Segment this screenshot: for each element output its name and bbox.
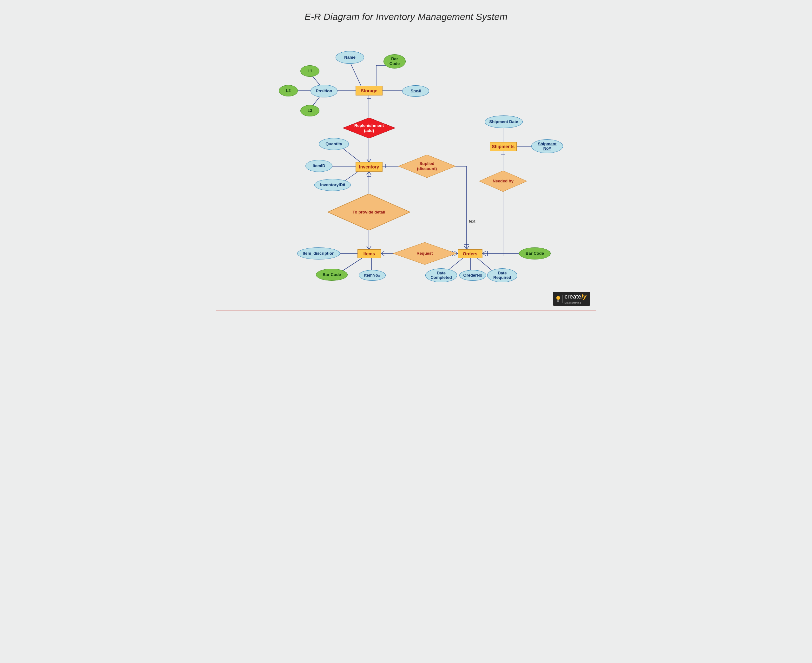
svg-line-31 — [381, 254, 384, 255]
relationship-to-provide-detail[interactable]: To provide detail — [328, 194, 410, 230]
attr-item-discription-label: Item_discription — [303, 251, 334, 255]
svg-line-9 — [366, 159, 369, 162]
attr-date-completed-label: Date Completed — [430, 271, 452, 280]
attr-l3-label: L3 — [307, 108, 312, 113]
attr-l2-label: L2 — [286, 89, 291, 93]
logo-brand: creately Diagramming — [565, 294, 586, 304]
entity-items-label: Items — [363, 251, 375, 256]
svg-line-24 — [366, 246, 369, 249]
attr-l2[interactable]: L2 — [279, 85, 298, 97]
attr-orderno-label: OrederNo — [463, 273, 483, 278]
attr-itemid-label: ItemID — [313, 164, 325, 168]
attr-shipment-no-label: Shipment No# — [538, 142, 556, 151]
attr-l3[interactable]: L3 — [300, 105, 320, 116]
svg-line-16 — [464, 246, 467, 249]
diagram-title: E-R Diagram for Inventory Management Sys… — [216, 11, 596, 22]
relationship-needed-by[interactable]: Needed by — [479, 171, 527, 192]
attr-sno-label: Sno# — [411, 89, 421, 93]
attr-l1-label: L1 — [307, 69, 312, 73]
attr-quantity-label: Quantity — [325, 142, 342, 146]
attr-quantity[interactable]: Quantity — [319, 138, 349, 150]
attr-bar-code-items[interactable]: Bar Code — [316, 269, 348, 281]
attr-inventoryid[interactable]: InventoryID# — [314, 179, 351, 191]
attr-date-required[interactable]: Date Required — [487, 268, 517, 282]
attr-bar-code-orders[interactable]: Bar Code — [519, 247, 550, 259]
attr-l1[interactable]: L1 — [300, 65, 320, 77]
relationship-replenishment[interactable]: Replenishment (add) — [343, 118, 395, 138]
relationship-request[interactable]: Request — [393, 243, 457, 265]
entity-shipments[interactable]: Shipments — [490, 142, 517, 151]
relationship-suplied-label: Suplied (discount) — [416, 161, 438, 171]
attr-date-required-label: Date Required — [493, 271, 511, 280]
entity-inventory-label: Inventory — [359, 164, 379, 170]
attr-shipment-date[interactable]: Shipment Date — [485, 115, 523, 128]
attr-name-label: Name — [344, 55, 355, 60]
relationship-needed-by-label: Needed by — [491, 179, 515, 184]
relationship-replenishment-label: Replenishment (add) — [353, 123, 385, 133]
attr-shipment-no[interactable]: Shipment No# — [531, 139, 563, 153]
svg-line-30 — [381, 251, 384, 254]
attr-itemno[interactable]: ItemNo# — [359, 270, 386, 281]
attr-shipment-date-label: Shipment Date — [489, 120, 518, 124]
attr-itemid[interactable]: ItemID — [305, 160, 333, 172]
relationship-to-provide-detail-label: To provide detail — [351, 210, 386, 215]
svg-line-25 — [369, 246, 371, 249]
relationship-suplied[interactable]: Suplied (discount) — [399, 155, 455, 178]
attr-position[interactable]: Position — [310, 85, 337, 97]
attr-item-discription[interactable]: Item_discription — [297, 247, 340, 259]
entity-inventory[interactable]: Inventory — [355, 162, 383, 171]
relationship-request-label: Request — [415, 251, 434, 256]
svg-line-41 — [483, 251, 486, 254]
attr-bar-code-items-label: Bar Code — [323, 273, 341, 277]
attr-bar-code-storage[interactable]: Bar Code — [384, 54, 406, 68]
creately-logo: creately Diagramming — [553, 292, 590, 306]
svg-line-42 — [483, 254, 486, 255]
svg-line-10 — [369, 159, 371, 162]
entity-orders[interactable]: Orders — [458, 249, 483, 258]
svg-line-21 — [369, 171, 371, 175]
attr-date-completed[interactable]: Date Completed — [425, 268, 457, 282]
attr-orderno[interactable]: OrederNo — [459, 270, 486, 281]
attr-itemno-label: ItemNo# — [364, 273, 380, 278]
attr-inventoryid-label: InventoryID# — [320, 183, 345, 187]
text-annotation: text — [469, 219, 475, 224]
entity-shipments-label: Shipments — [492, 144, 515, 149]
attr-name[interactable]: Name — [336, 51, 364, 64]
attr-position-label: Position — [316, 89, 332, 93]
attr-sno[interactable]: Sno# — [402, 85, 429, 97]
entity-items[interactable]: Items — [357, 249, 381, 258]
svg-line-20 — [366, 171, 369, 175]
entity-orders-label: Orders — [463, 251, 477, 256]
entity-storage-label: Storage — [361, 88, 377, 93]
bulb-icon — [556, 296, 560, 302]
attr-bar-code-storage-label: Bar Code — [389, 57, 400, 66]
entity-storage[interactable]: Storage — [355, 86, 383, 95]
svg-line-0 — [349, 61, 363, 89]
svg-line-17 — [467, 246, 469, 249]
er-diagram-canvas: E-R Diagram for Inventory Management Sys… — [216, 0, 596, 311]
attr-bar-code-orders-label: Bar Code — [526, 251, 544, 255]
